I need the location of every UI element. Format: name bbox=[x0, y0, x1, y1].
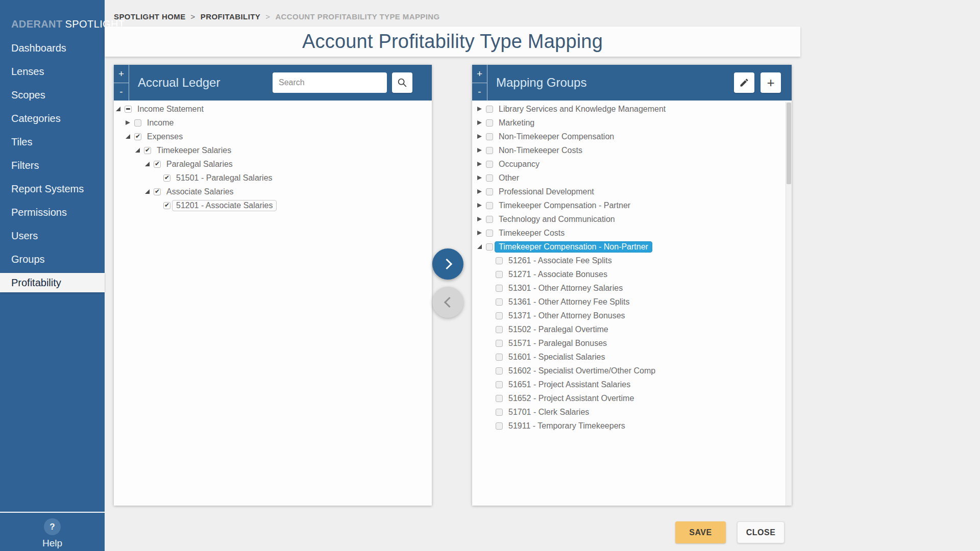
checkbox-unchecked[interactable] bbox=[486, 243, 493, 251]
tree-item-label[interactable]: Other bbox=[495, 172, 523, 184]
sidebar-item-lenses[interactable]: Lenses bbox=[0, 60, 105, 83]
checkbox-checked[interactable] bbox=[154, 188, 161, 195]
tree-item-label[interactable]: 51501 - Paralegal Salaries bbox=[172, 172, 277, 184]
checkbox-checked[interactable] bbox=[163, 174, 170, 182]
collapse-all-button[interactable]: - bbox=[472, 83, 487, 101]
help-icon[interactable]: ? bbox=[44, 518, 61, 535]
checkbox-unchecked[interactable] bbox=[496, 285, 503, 292]
checkbox-unchecked[interactable] bbox=[496, 298, 503, 306]
sidebar-item-profitability[interactable]: Profitability bbox=[0, 273, 105, 292]
search-input[interactable] bbox=[273, 72, 387, 93]
checkbox-unchecked[interactable] bbox=[486, 174, 493, 182]
expand-icon[interactable] bbox=[477, 107, 482, 111]
sidebar-item-tiles[interactable]: Tiles bbox=[0, 130, 105, 154]
tree-item-label[interactable]: 51361 - Other Attorney Fee Splits bbox=[504, 296, 633, 308]
tree-item[interactable]: 51501 - Paralegal Salaries bbox=[114, 171, 432, 185]
search-button[interactable] bbox=[392, 72, 412, 93]
checkbox-unchecked[interactable] bbox=[496, 340, 503, 347]
tree-item-label[interactable]: 51271 - Associate Bonuses bbox=[504, 269, 611, 280]
expand-icon[interactable] bbox=[477, 162, 482, 166]
checkbox-unchecked[interactable] bbox=[486, 147, 493, 154]
checkbox-unchecked[interactable] bbox=[486, 161, 493, 168]
tree-item-label[interactable]: Expenses bbox=[143, 131, 187, 142]
tree-item-label[interactable]: 51602 - Specialist Overtime/Other Comp bbox=[504, 365, 659, 377]
tree-item[interactable]: 51651 - Project Assistant Salaries bbox=[472, 378, 792, 391]
tree-item[interactable]: 51201 - Associate Salaries bbox=[114, 198, 432, 212]
expand-icon[interactable] bbox=[126, 120, 130, 125]
checkbox-unchecked[interactable] bbox=[486, 106, 493, 113]
collapse-icon[interactable] bbox=[145, 189, 150, 194]
checkbox-unchecked[interactable] bbox=[496, 312, 503, 319]
collapse-all-button[interactable]: - bbox=[114, 83, 129, 101]
tree-item[interactable]: Timekeeper Costs bbox=[472, 226, 792, 240]
tree-item-label[interactable]: Paralegal Salaries bbox=[162, 159, 237, 170]
tree-item-label[interactable]: 51571 - Paralegal Bonuses bbox=[504, 338, 611, 349]
checkbox-unchecked[interactable] bbox=[486, 216, 493, 223]
tree-item-label[interactable]: 51261 - Associate Fee Splits bbox=[504, 255, 616, 266]
checkbox-unchecked[interactable] bbox=[496, 381, 503, 388]
close-button[interactable]: CLOSE bbox=[737, 521, 785, 543]
tree-item-label[interactable]: Income bbox=[143, 117, 178, 129]
checkbox-unchecked[interactable] bbox=[496, 257, 503, 264]
tree-item-label[interactable]: 51201 - Associate Salaries bbox=[172, 200, 277, 211]
checkbox-unchecked[interactable] bbox=[496, 422, 503, 430]
collapse-icon[interactable] bbox=[135, 148, 140, 153]
breadcrumb-item[interactable]: SPOTLIGHT HOME bbox=[114, 12, 186, 21]
checkbox-unchecked[interactable] bbox=[134, 119, 141, 127]
help-label[interactable]: Help bbox=[0, 538, 105, 549]
tree-item[interactable]: Marketing bbox=[472, 116, 792, 130]
tree-item[interactable]: 51571 - Paralegal Bonuses bbox=[472, 336, 792, 350]
tree-item[interactable]: 51371 - Other Attorney Bonuses bbox=[472, 309, 792, 322]
tree-item[interactable]: Associate Salaries bbox=[114, 185, 432, 198]
tree-item[interactable]: 51271 - Associate Bonuses bbox=[472, 267, 792, 281]
tree-item[interactable]: 51701 - Clerk Salaries bbox=[472, 405, 792, 419]
tree-item-label[interactable]: Professional Development bbox=[495, 186, 598, 197]
tree-item-label[interactable]: Timekeeper Salaries bbox=[153, 145, 235, 156]
tree-item[interactable]: Other bbox=[472, 171, 792, 185]
tree-item-label[interactable]: 51371 - Other Attorney Bonuses bbox=[504, 310, 629, 321]
tree-item-label[interactable]: 51651 - Project Assistant Salaries bbox=[504, 379, 634, 390]
add-group-button[interactable]: + bbox=[761, 72, 781, 93]
tree-item-label[interactable]: 51601 - Specialist Salaries bbox=[504, 352, 609, 363]
tree-item-label[interactable]: Non-Timekeeper Compensation bbox=[495, 131, 618, 142]
tree-item[interactable]: 51502 - Paralegal Overtime bbox=[472, 322, 792, 336]
expand-icon[interactable] bbox=[477, 148, 482, 153]
checkbox-unchecked[interactable] bbox=[496, 326, 503, 333]
tree-item[interactable]: Timekeeper Compensation - Partner bbox=[472, 198, 792, 212]
collapse-icon[interactable] bbox=[477, 244, 482, 249]
sidebar-item-users[interactable]: Users bbox=[0, 224, 105, 247]
tree-item-label[interactable]: Non-Timekeeper Costs bbox=[495, 145, 586, 156]
checkbox-checked[interactable] bbox=[134, 133, 141, 140]
tree-item-label[interactable]: 51301 - Other Attorney Salaries bbox=[504, 283, 627, 294]
expand-icon[interactable] bbox=[477, 217, 482, 221]
tree-item-label[interactable]: 51701 - Clerk Salaries bbox=[504, 407, 593, 418]
breadcrumb-item[interactable]: PROFITABILITY bbox=[201, 12, 260, 21]
checkbox-checked[interactable] bbox=[144, 147, 151, 154]
collapse-icon[interactable] bbox=[116, 107, 120, 111]
tree-item[interactable]: 51602 - Specialist Overtime/Other Comp bbox=[472, 364, 792, 378]
sidebar-item-report-systems[interactable]: Report Systems bbox=[0, 177, 105, 201]
tree-item[interactable]: Timekeeper Salaries bbox=[114, 143, 432, 157]
checkbox-unchecked[interactable] bbox=[496, 271, 503, 278]
scrollbar-track[interactable] bbox=[786, 102, 792, 506]
scrollbar-thumb[interactable] bbox=[787, 103, 791, 184]
tree-item[interactable]: Expenses bbox=[114, 130, 432, 143]
tree-item[interactable]: Non-Timekeeper Costs bbox=[472, 143, 792, 157]
expand-all-button[interactable]: + bbox=[472, 65, 487, 83]
tree-item-label[interactable]: Timekeeper Compensation - Non-Partner bbox=[495, 241, 652, 253]
tree-item[interactable]: Income bbox=[114, 116, 432, 130]
expand-icon[interactable] bbox=[477, 189, 482, 194]
expand-icon[interactable] bbox=[477, 134, 482, 139]
tree-item-label[interactable]: Timekeeper Costs bbox=[495, 228, 569, 239]
checkbox-unchecked[interactable] bbox=[496, 395, 503, 402]
sidebar-item-filters[interactable]: Filters bbox=[0, 154, 105, 177]
checkbox-indeterminate[interactable] bbox=[125, 106, 132, 113]
expand-icon[interactable] bbox=[477, 203, 482, 208]
checkbox-unchecked[interactable] bbox=[496, 409, 503, 416]
checkbox-unchecked[interactable] bbox=[496, 367, 503, 374]
sidebar-item-scopes[interactable]: Scopes bbox=[0, 83, 105, 107]
sidebar-item-categories[interactable]: Categories bbox=[0, 107, 105, 130]
tree-item-label[interactable]: Marketing bbox=[495, 117, 538, 129]
tree-item[interactable]: Paralegal Salaries bbox=[114, 157, 432, 171]
move-right-button[interactable] bbox=[432, 248, 463, 280]
